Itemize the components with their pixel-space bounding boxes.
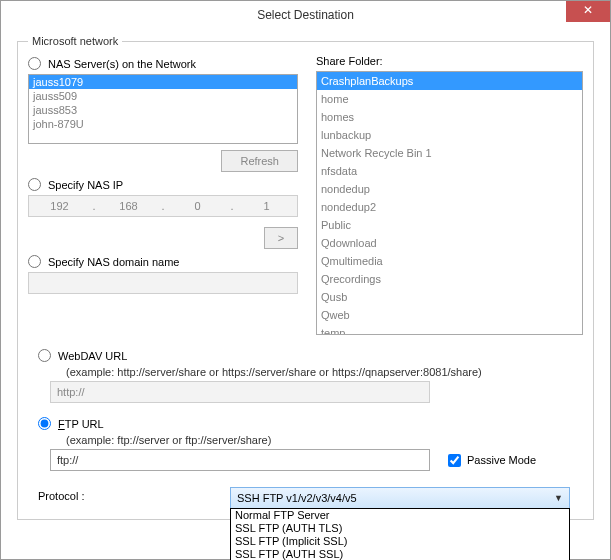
nas-network-label: NAS Server(s) on the Network [48,58,196,70]
protocol-selected: SSH FTP v1/v2/v3/v4/v5 [237,492,357,504]
share-folder-listbox[interactable]: CrashplanBackupshomehomeslunbackupNetwor… [316,71,583,335]
titlebar: Select Destination ✕ [1,1,610,29]
ftp-example: (example: ftp://server or ftp://server/s… [66,434,573,446]
right-column: Share Folder: CrashplanBackupshomehomesl… [316,55,583,335]
network-legend: Microsoft network [28,35,122,47]
protocol-label: Protocol : [38,487,218,502]
protocol-option[interactable]: SSL FTP (AUTH TLS) [231,522,569,535]
nas-ip-label: Specify NAS IP [48,179,123,191]
share-folder-item[interactable]: Qusb [317,288,582,306]
protocol-option[interactable]: SSL FTP (Implicit SSL) [231,535,569,548]
close-icon: ✕ [583,3,593,17]
share-folder-item[interactable]: Qdownload [317,234,582,252]
nas-domain-input[interactable] [28,272,298,294]
nas-ip-radio[interactable] [28,178,41,191]
network-group: Microsoft network NAS Server(s) on the N… [17,35,594,520]
content-area: Microsoft network NAS Server(s) on the N… [1,29,610,532]
webdav-example: (example: http://server/share or https:/… [66,366,573,378]
share-folder-item[interactable]: home [317,90,582,108]
ip-octet-2: 168 [98,200,159,212]
dialog-window: Select Destination ✕ Microsoft network N… [0,0,611,560]
ip-octet-1: 192 [29,200,90,212]
share-folder-item[interactable]: Qweb [317,306,582,324]
close-button[interactable]: ✕ [566,1,610,22]
share-folder-item[interactable]: Qrecordings [317,270,582,288]
protocol-dropdown[interactable]: SSH FTP v1/v2/v3/v4/v5 ▼ [230,487,570,509]
share-folder-item[interactable]: Public [317,216,582,234]
share-folder-label: Share Folder: [316,55,583,67]
passive-mode-checkbox[interactable] [448,454,461,467]
share-folder-item[interactable]: CrashplanBackups [317,72,582,90]
share-folder-item[interactable]: Network Recycle Bin 1 [317,144,582,162]
protocol-option[interactable]: SSL FTP (AUTH SSL) [231,548,569,560]
passive-mode-row[interactable]: Passive Mode [444,451,536,470]
share-folder-item[interactable]: nondedup2 [317,198,582,216]
ip-octet-3: 0 [167,200,228,212]
nas-server-item[interactable]: jauss1079 [29,75,297,89]
nas-network-radio[interactable] [28,57,41,70]
ftp-input[interactable] [50,449,430,471]
share-folder-item[interactable]: nfsdata [317,162,582,180]
ip-input[interactable]: 192 . 168 . 0 . 1 [28,195,298,217]
nas-domain-radio[interactable] [28,255,41,268]
protocol-dropdown-list[interactable]: Normal FTP ServerSSL FTP (AUTH TLS)SSL F… [230,508,570,560]
share-folder-item[interactable]: nondedup [317,180,582,198]
share-folder-item[interactable]: temp [317,324,582,335]
left-column: NAS Server(s) on the Network jauss1079ja… [28,55,298,335]
protocol-option[interactable]: Normal FTP Server [231,509,569,522]
nas-server-listbox[interactable]: jauss1079jauss509jauss853john-879U [28,74,298,144]
nas-server-item[interactable]: john-879U [29,117,297,131]
webdav-radio[interactable] [38,349,51,362]
ftp-radio[interactable] [38,417,51,430]
webdav-label: WebDAV URL [58,350,127,362]
go-button[interactable]: > [264,227,298,249]
chevron-down-icon: ▼ [554,493,563,503]
nas-domain-label: Specify NAS domain name [48,256,179,268]
refresh-button[interactable]: Refresh [221,150,298,172]
ip-octet-4: 1 [236,200,297,212]
share-folder-item[interactable]: homes [317,108,582,126]
share-folder-item[interactable]: lunbackup [317,126,582,144]
nas-server-item[interactable]: jauss853 [29,103,297,117]
share-folder-item[interactable]: Qmultimedia [317,252,582,270]
passive-mode-label: Passive Mode [467,454,536,466]
window-title: Select Destination [257,8,354,22]
ftp-label: FTP URL [58,418,104,430]
webdav-input[interactable] [50,381,430,403]
nas-server-item[interactable]: jauss509 [29,89,297,103]
